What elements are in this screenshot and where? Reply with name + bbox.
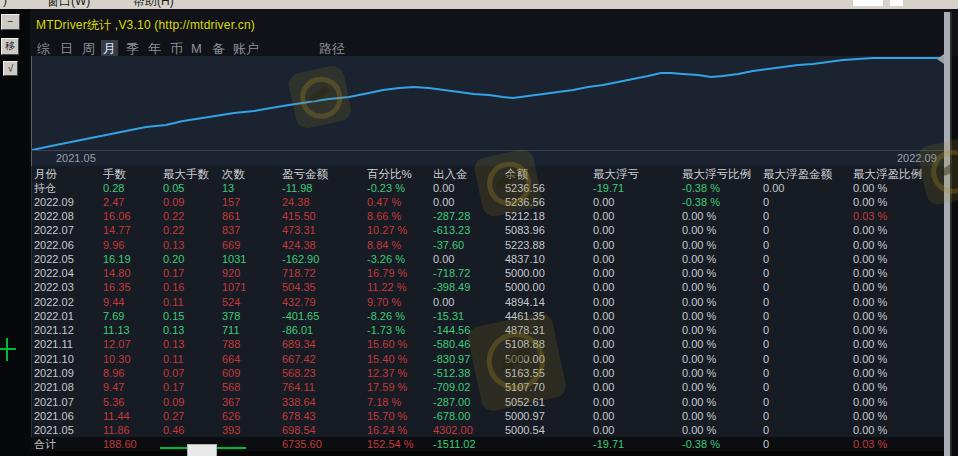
table-row-2022.05[interactable]: 2022.0516.190.201031-162.90-3.26 %0.0048… — [31, 252, 944, 266]
table-cell: 14.80 — [103, 266, 131, 280]
tab-路径[interactable]: 路径 — [317, 40, 347, 57]
table-cell: 0 — [763, 395, 769, 409]
table-cell: -398.49 — [433, 280, 470, 294]
move-tool-button[interactable]: 移 — [1, 38, 19, 55]
table-cell: 0.00 % — [682, 223, 716, 237]
table-cell: 0.13 — [163, 337, 184, 351]
table-cell: 0 — [763, 423, 769, 437]
table-cell: 1031 — [222, 252, 246, 266]
table-cell: 0.00 — [433, 195, 454, 209]
table-cell: 10.30 — [103, 352, 131, 366]
table-cell: 合计 — [34, 437, 56, 451]
table-cell: 667.42 — [282, 352, 316, 366]
table-cell: 2021.11 — [34, 337, 73, 351]
table-row-2022.01[interactable]: 2022.017.690.15378-401.65-8.26 %-15.3144… — [31, 309, 944, 323]
x-tick-start: 2021.05 — [56, 152, 96, 164]
table-row-2022.03[interactable]: 2022.0316.350.161071504.3511.22 %-398.49… — [31, 280, 944, 294]
tab-综[interactable]: 综 — [35, 40, 52, 57]
table-cell: 0.00 — [593, 380, 614, 394]
table-cell: 0 — [763, 309, 769, 323]
tab-币[interactable]: 币 — [168, 40, 185, 57]
table-cell: 1071 — [222, 280, 246, 294]
check-tool-button[interactable]: √ — [3, 61, 18, 76]
table-cell: 0.00 — [593, 238, 614, 252]
table-cell: 0.17 — [163, 266, 184, 280]
equity-chart[interactable]: 2021.05 2022.09 — [31, 56, 944, 166]
table-row-2022.06[interactable]: 2022.069.960.13669424.388.84 %-37.605223… — [31, 238, 944, 252]
table-cell: 0.00 % — [682, 238, 716, 252]
table-cell: 2022.01 — [34, 309, 74, 323]
table-cell: 0 — [763, 295, 769, 309]
table-row-2022.04[interactable]: 2022.0414.800.17920718.7216.79 %-718.725… — [31, 266, 944, 280]
table-cell: 0.46 — [163, 423, 184, 437]
table-cell: 12.07 — [103, 337, 131, 351]
table-cell: 678.43 — [282, 409, 316, 423]
left-rail — [0, 9, 30, 456]
tab-月[interactable]: 月 — [101, 40, 118, 57]
table-cell: 0 — [763, 437, 769, 451]
table-cell: 0.22 — [163, 209, 184, 223]
table-cell: -19.71 — [593, 181, 624, 195]
table-cell: 0.00 % — [682, 409, 716, 423]
table-cell: 0.27 — [163, 409, 184, 423]
table-cell: 15.60 % — [367, 337, 407, 351]
table-cell: 0.00 % — [853, 181, 887, 195]
table-cell: 11.22 % — [367, 280, 407, 294]
table-cell: 0.00 — [763, 181, 784, 195]
table-cell: 24.38 — [282, 195, 310, 209]
table-cell: 0.11 — [163, 352, 184, 366]
table-cell: 5000.00 — [505, 280, 545, 294]
table-cell: 2022.02 — [34, 295, 74, 309]
tab-年[interactable]: 年 — [146, 40, 163, 57]
table-cell: 7.69 — [103, 309, 124, 323]
table-cell: 367 — [222, 395, 240, 409]
table-cell: 157 — [222, 195, 240, 209]
table-row-2022.02[interactable]: 2022.029.440.11524432.799.70 %0.004894.1… — [31, 295, 944, 309]
table-row-2021.06[interactable]: 2021.0611.440.27626678.4315.70 %-678.005… — [31, 409, 944, 423]
table-cell: 0.00 — [593, 309, 614, 323]
table-cell: 0.00 — [593, 352, 614, 366]
table-cell: 0.00 — [593, 409, 614, 423]
table-cell: -512.38 — [433, 366, 470, 380]
table-cell: 0.00 — [593, 223, 614, 237]
table-cell: 837 — [222, 223, 240, 237]
table-cell: -0.38 % — [682, 437, 720, 451]
table-cell: 12.37 % — [367, 366, 407, 380]
tab-账户[interactable]: 账户 — [231, 40, 261, 57]
tab-备[interactable]: 备 — [210, 40, 227, 57]
table-cell: 0.00 % — [682, 280, 716, 294]
tab-季[interactable]: 季 — [124, 40, 141, 57]
table-cell: 16.79 % — [367, 266, 407, 280]
table-row-2021.05[interactable]: 2021.0511.860.46393698.5416.24 %4302.005… — [31, 423, 944, 437]
table-cell: 5.36 — [103, 395, 124, 409]
table-row-total[interactable]: 合计188.606735.60152.54 %-1511.02-19.71-0.… — [31, 437, 944, 451]
table-cell: 0.00 — [593, 252, 614, 266]
equity-curve-line — [32, 58, 943, 150]
table-cell: 0.00 % — [682, 337, 716, 351]
table-cell: 861 — [222, 209, 240, 223]
table-cell: 0.00 % — [682, 252, 716, 266]
table-cell: 2021.12 — [34, 323, 74, 337]
table-cell: 609 — [222, 366, 240, 380]
table-row-2022.07[interactable]: 2022.0714.770.22837473.3110.27 %-613.235… — [31, 223, 944, 237]
tab-M[interactable]: M — [189, 40, 204, 57]
table-cell: 15.40 % — [367, 352, 407, 366]
tab-日[interactable]: 日 — [58, 40, 75, 57]
table-cell: -1511.02 — [433, 437, 476, 451]
table-cell: 424.38 — [282, 238, 316, 252]
table-cell: 0.00 % — [682, 380, 716, 394]
table-cell: 2022.05 — [34, 252, 74, 266]
table-cell: 0.00 — [593, 295, 614, 309]
table-cell: 0.00 % — [853, 238, 887, 252]
table-cell: 5000.54 — [505, 423, 545, 437]
table-cell: 0.47 % — [367, 195, 401, 209]
table-cell: 9.44 — [103, 295, 124, 309]
vertical-scrollbar[interactable] — [944, 12, 952, 456]
table-cell: 0.07 — [163, 366, 184, 380]
table-cell: -3.26 % — [367, 252, 405, 266]
minimize-button[interactable]: − — [1, 14, 20, 30]
table-cell: 0.22 — [163, 223, 184, 237]
table-cell: -37.60 — [433, 238, 464, 252]
tab-周[interactable]: 周 — [80, 40, 97, 57]
table-cell: 11.44 — [103, 409, 130, 423]
